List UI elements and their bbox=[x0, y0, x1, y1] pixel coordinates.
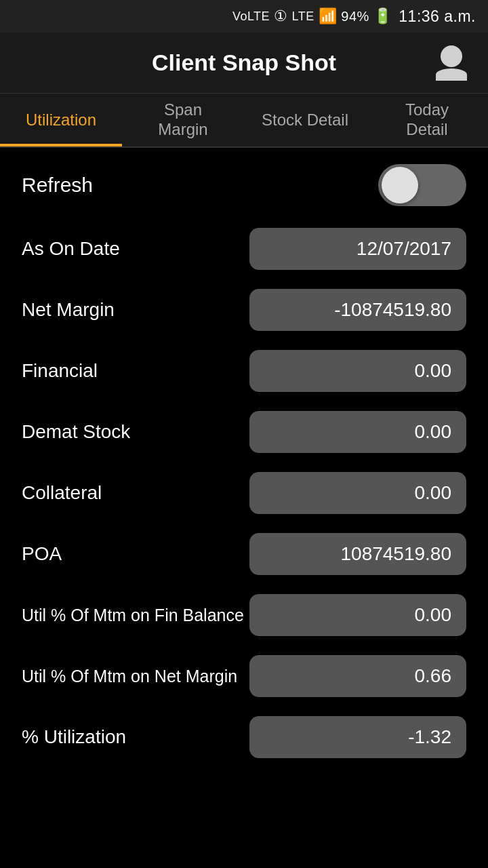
tab-span-margin-label: Span Margin bbox=[158, 100, 207, 140]
avatar-body bbox=[436, 68, 467, 81]
tab-stock-detail[interactable]: Stock Detail bbox=[244, 94, 366, 146]
value-util-net-margin[interactable]: 0.66 bbox=[249, 655, 466, 697]
value-financial[interactable]: 0.00 bbox=[249, 350, 466, 392]
value-util-fin-balance-text: 0.00 bbox=[415, 604, 452, 626]
tab-utilization-label: Utilization bbox=[26, 111, 96, 130]
status-time: 11:36 a.m. bbox=[399, 7, 476, 26]
label-as-on-date: As On Date bbox=[22, 238, 249, 260]
value-poa-text: 10874519.80 bbox=[340, 543, 451, 565]
sim-icon: ① bbox=[274, 7, 288, 25]
field-row-financial: Financial 0.00 bbox=[22, 350, 466, 392]
value-demat-stock[interactable]: 0.00 bbox=[249, 411, 466, 453]
value-net-margin[interactable]: -10874519.80 bbox=[249, 289, 466, 331]
status-icons: VoLTE ① LTE 📶 94% 🔋 bbox=[232, 7, 392, 25]
value-as-on-date-text: 12/07/2017 bbox=[357, 238, 451, 260]
label-collateral: Collateral bbox=[22, 482, 249, 504]
lte-text: LTE bbox=[292, 9, 314, 24]
tab-utilization[interactable]: Utilization bbox=[0, 94, 122, 146]
label-utilization: % Utilization bbox=[22, 726, 249, 748]
tab-stock-detail-label: Stock Detail bbox=[262, 111, 348, 130]
label-net-margin: Net Margin bbox=[22, 299, 249, 321]
label-util-net-margin: Util % Of Mtm on Net Margin bbox=[22, 667, 249, 686]
refresh-label: Refresh bbox=[22, 174, 93, 197]
field-row-utilization: % Utilization -1.32 bbox=[22, 716, 466, 758]
value-collateral-text: 0.00 bbox=[415, 482, 452, 504]
status-bar: VoLTE ① LTE 📶 94% 🔋 11:36 a.m. bbox=[0, 0, 488, 33]
value-poa[interactable]: 10874519.80 bbox=[249, 533, 466, 575]
tab-today-detail[interactable]: Today Detail bbox=[366, 94, 488, 146]
field-row-poa: POA 10874519.80 bbox=[22, 533, 466, 575]
label-util-fin-balance: Util % Of Mtm on Fin Balance bbox=[22, 606, 249, 625]
field-row-demat-stock: Demat Stock 0.00 bbox=[22, 411, 466, 453]
label-financial: Financial bbox=[22, 360, 249, 382]
value-collateral[interactable]: 0.00 bbox=[249, 472, 466, 514]
field-row-as-on-date: As On Date 12/07/2017 bbox=[22, 228, 466, 270]
value-demat-stock-text: 0.00 bbox=[415, 421, 452, 443]
avatar-circle bbox=[441, 45, 462, 67]
field-row-collateral: Collateral 0.00 bbox=[22, 472, 466, 514]
toggle-knob bbox=[382, 167, 418, 203]
refresh-toggle[interactable] bbox=[378, 164, 466, 206]
main-content: Refresh As On Date 12/07/2017 Net Margin… bbox=[0, 148, 488, 793]
tab-bar: Utilization Span Margin Stock Detail Tod… bbox=[0, 94, 488, 148]
battery-icon: 🔋 bbox=[373, 7, 392, 25]
value-financial-text: 0.00 bbox=[415, 360, 452, 382]
field-row-util-net-margin: Util % Of Mtm on Net Margin 0.66 bbox=[22, 655, 466, 697]
tab-span-margin[interactable]: Span Margin bbox=[122, 94, 244, 146]
signal-bars-icon: 📶 bbox=[319, 7, 338, 25]
app-title: Client Snap Shot bbox=[152, 50, 336, 76]
value-utilization[interactable]: -1.32 bbox=[249, 716, 466, 758]
signal-text: VoLTE bbox=[232, 9, 270, 24]
value-as-on-date[interactable]: 12/07/2017 bbox=[249, 228, 466, 270]
value-util-fin-balance[interactable]: 0.00 bbox=[249, 594, 466, 636]
field-row-net-margin: Net Margin -10874519.80 bbox=[22, 289, 466, 331]
field-row-util-fin-balance: Util % Of Mtm on Fin Balance 0.00 bbox=[22, 594, 466, 636]
avatar[interactable] bbox=[434, 45, 469, 81]
app-header: Client Snap Shot bbox=[0, 33, 488, 94]
tab-today-detail-label: Today Detail bbox=[405, 100, 449, 140]
label-demat-stock: Demat Stock bbox=[22, 421, 249, 443]
label-poa: POA bbox=[22, 543, 249, 565]
value-util-net-margin-text: 0.66 bbox=[415, 665, 452, 687]
value-net-margin-text: -10874519.80 bbox=[334, 299, 451, 321]
battery-text: 94% bbox=[341, 9, 369, 24]
refresh-row: Refresh bbox=[22, 164, 466, 206]
value-utilization-text: -1.32 bbox=[408, 726, 451, 748]
